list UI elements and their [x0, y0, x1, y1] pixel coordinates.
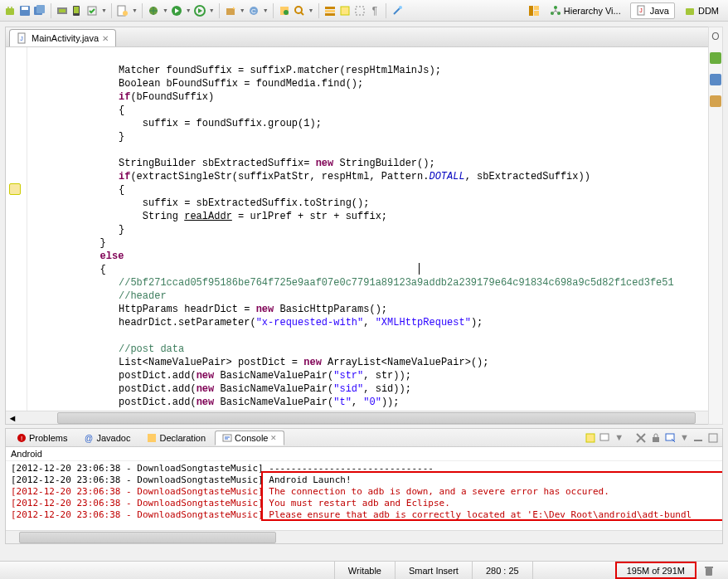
maximize-icon[interactable] — [707, 432, 719, 444]
editor-tabs: J MainActivity.java ✕ — [6, 27, 722, 47]
scrollbar-thumb[interactable] — [57, 412, 696, 424]
tab-javadoc[interactable]: @ Javadoc — [76, 431, 138, 445]
gutter[interactable] — [6, 47, 27, 411]
avd-icon[interactable] — [70, 4, 84, 17]
svg-text:@: @ — [85, 434, 93, 443]
svg-rect-27 — [356, 7, 364, 15]
svg-rect-53 — [694, 440, 702, 441]
pin-console-icon[interactable] — [585, 432, 596, 444]
svg-rect-49 — [586, 434, 595, 442]
tab-problems[interactable]: ! Problems — [9, 431, 75, 445]
open-console-icon[interactable] — [665, 432, 677, 444]
code-editor[interactable]: Matcher foundSuffix = suffixP.matcher(re… — [6, 47, 722, 411]
right-view-strip: O — [708, 27, 723, 425]
svg-rect-32 — [534, 11, 539, 16]
hierarchy-perspective-button[interactable]: Hierarchy Vi... — [544, 2, 627, 19]
status-bar: Writable Smart Insert 280 : 25 195M of 2… — [0, 561, 728, 579]
android-icon[interactable] — [3, 4, 17, 17]
svg-text:!: ! — [21, 435, 22, 442]
dropdown-arrow-icon[interactable]: ▼ — [101, 7, 107, 13]
javadoc-icon: @ — [84, 433, 94, 443]
tasklist-icon[interactable] — [710, 74, 721, 85]
console-output[interactable]: [2012-12-20 23:06:38 - DownloadSongtaste… — [6, 461, 722, 530]
svg-rect-55 — [706, 568, 712, 576]
status-insert-mode[interactable]: Smart Insert — [395, 562, 472, 579]
search-icon[interactable] — [293, 4, 306, 17]
svg-text:J: J — [639, 7, 643, 13]
editor-tab-mainactivity[interactable]: J MainActivity.java ✕ — [9, 29, 116, 46]
heap-status[interactable]: 195M of 291M — [615, 562, 696, 579]
open-type-icon[interactable] — [278, 4, 291, 17]
console-horizontal-scrollbar[interactable] — [6, 530, 722, 543]
new-class-icon[interactable]: C — [247, 4, 260, 17]
svg-rect-42 — [710, 74, 721, 85]
svg-rect-48 — [223, 435, 231, 441]
main-toolbar: ▼ ▼ ▼ ▼ ▼ ▼ C▼ ▼ ¶ Hierarchy Vi... J Jav… — [0, 0, 728, 22]
tab-console[interactable]: Console ✕ — [215, 431, 284, 445]
minimize-icon[interactable] — [692, 432, 704, 444]
sdk-icon[interactable] — [56, 4, 69, 17]
console-line: [2012-12-20 23:06:38 - DownloadSongtaste… — [11, 474, 717, 486]
close-icon[interactable]: ✕ — [270, 434, 277, 442]
show-whitespace-icon[interactable]: ¶ — [368, 4, 381, 17]
outline-letter[interactable]: O — [711, 31, 719, 42]
svg-rect-0 — [6, 8, 14, 15]
block-select-icon[interactable] — [353, 4, 366, 17]
code-content[interactable]: Matcher foundSuffix = suffixP.matcher(re… — [27, 47, 722, 411]
mark-occurrences-icon[interactable] — [338, 4, 352, 17]
lint-icon[interactable] — [85, 4, 99, 17]
java-label: Java — [650, 6, 669, 16]
bookmark-icon[interactable] — [710, 95, 721, 107]
svg-rect-4 — [22, 7, 28, 10]
outline-icon[interactable] — [710, 52, 721, 64]
run-last-icon[interactable] — [193, 4, 206, 17]
svg-point-1 — [7, 7, 9, 8]
svg-rect-30 — [529, 6, 533, 16]
svg-rect-47 — [148, 434, 156, 442]
ddms-label: DDM — [698, 6, 719, 16]
svg-rect-56 — [705, 567, 713, 568]
svg-point-21 — [284, 10, 289, 15]
scroll-lock-icon[interactable] — [650, 432, 662, 444]
svg-rect-25 — [325, 13, 335, 16]
debug-icon[interactable] — [147, 4, 160, 17]
svg-rect-8 — [59, 9, 66, 12]
svg-rect-54 — [709, 434, 717, 442]
wand-icon[interactable] — [391, 4, 404, 17]
gc-trash-icon[interactable] — [703, 565, 715, 577]
svg-point-2 — [11, 7, 12, 8]
status-cursor-position[interactable]: 280 : 25 — [472, 562, 532, 579]
java-perspective-button[interactable]: J Java — [630, 2, 675, 19]
clear-console-icon[interactable] — [635, 432, 647, 444]
text-cursor — [419, 263, 420, 275]
console-line: [2012-12-20 23:06:38 - DownloadSongtaste… — [11, 498, 717, 509]
warning-marker-icon[interactable] — [9, 183, 21, 195]
ddms-perspective-button[interactable]: DDM — [678, 2, 725, 19]
hierarchy-label: Hierarchy Vi... — [564, 6, 621, 16]
console-line: [2012-12-20 23:06:38 - DownloadSongtaste… — [11, 463, 717, 474]
svg-rect-26 — [341, 7, 349, 15]
svg-rect-50 — [600, 434, 609, 440]
save-icon[interactable] — [18, 4, 32, 17]
open-perspective-icon[interactable] — [527, 4, 541, 17]
toggle-breadcrumb-icon[interactable] — [323, 4, 337, 17]
new-package-icon[interactable] — [224, 4, 237, 17]
tab-declaration[interactable]: Declaration — [139, 431, 213, 445]
svg-rect-43 — [710, 95, 721, 107]
svg-text:¶: ¶ — [371, 5, 376, 17]
svg-point-13 — [123, 11, 128, 16]
editor-horizontal-scrollbar[interactable]: ◄ ► — [6, 411, 722, 424]
svg-point-33 — [554, 6, 557, 9]
new-wizard-icon[interactable] — [116, 4, 129, 17]
java-file-icon: J — [17, 32, 28, 44]
display-console-icon[interactable] — [599, 432, 611, 444]
save-all-icon[interactable] — [33, 4, 46, 17]
run-icon[interactable] — [170, 4, 183, 17]
editor-area: J MainActivity.java ✕ Matcher foundSuffi… — [5, 27, 723, 425]
panel-tabs: ! Problems @ Javadoc Declaration Console… — [6, 429, 722, 447]
close-icon[interactable]: ✕ — [102, 34, 109, 43]
svg-rect-51 — [653, 437, 659, 442]
svg-text:J: J — [20, 36, 23, 41]
status-writable[interactable]: Writable — [334, 562, 395, 579]
scrollbar-thumb[interactable] — [19, 532, 276, 543]
